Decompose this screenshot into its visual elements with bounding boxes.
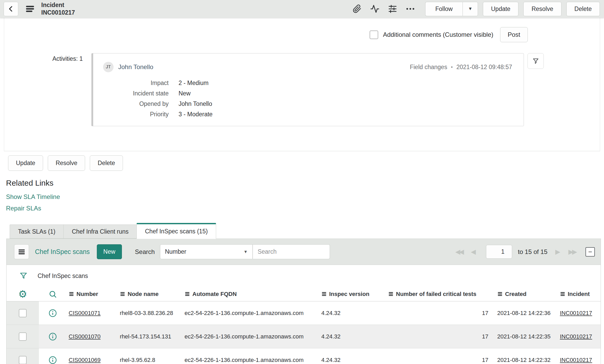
column-header-inspec-version[interactable]: Inspec version (319, 291, 386, 298)
column-header-failed-tests[interactable]: Number of failed critical tests (386, 291, 490, 298)
table-row: CIS0001070 rhel-54.173.154.131 ec2-54-22… (7, 325, 601, 348)
customer-visible-checkbox[interactable] (370, 31, 378, 39)
tab-chef-infra-client-runs[interactable]: Chef Infra Client runs (63, 225, 137, 239)
list-search-input[interactable] (253, 244, 330, 259)
filter-funnel-icon[interactable] (19, 272, 28, 280)
incident-link[interactable]: INC0010217 (560, 357, 592, 363)
cell-inspec-version: 4.24.32 (319, 310, 386, 317)
record-link[interactable]: CIS0001070 (69, 333, 100, 340)
resolve-button[interactable]: Resolve (48, 155, 85, 171)
delete-button-header[interactable]: Delete (566, 2, 600, 16)
collapse-list-button[interactable]: − (585, 247, 595, 257)
info-icon[interactable] (48, 356, 57, 364)
previous-page-icon[interactable]: ◀ (471, 248, 477, 256)
cell-created: 2021-08-12 14:22:32 (490, 357, 556, 363)
column-label: Node name (128, 291, 159, 298)
list-settings-button[interactable]: ⚙ (7, 288, 39, 300)
field-change-label: Opened by (92, 100, 169, 107)
cell-created: 2021-08-12 14:22:35 (490, 333, 556, 340)
column-header-created[interactable]: Created (490, 291, 556, 298)
repair-slas-link[interactable]: Repair SLAs (6, 205, 41, 212)
list-context-menu-button[interactable] (14, 244, 29, 259)
last-page-icon[interactable]: ▶▶ (569, 248, 577, 256)
row-preview-cell (39, 356, 67, 364)
update-button[interactable]: Update (8, 155, 43, 171)
next-page-icon[interactable]: ▶ (555, 248, 561, 256)
update-button-header[interactable]: Update (483, 2, 518, 16)
column-menu-icon[interactable] (560, 291, 565, 297)
additional-comments-label: Additional comments (Customer visible) (383, 31, 493, 38)
column-menu-icon[interactable] (185, 291, 190, 297)
cell-automate-fqdn: ec2-54-226-1-136.compute-1.amazonaws.com (182, 357, 319, 363)
delete-button[interactable]: Delete (90, 155, 123, 171)
record-link[interactable]: CIS0001069 (69, 357, 100, 363)
attachment-button[interactable] (351, 3, 363, 15)
row-select-cell (7, 301, 39, 325)
follow-caret-button[interactable]: ▼ (463, 2, 478, 16)
post-button[interactable]: Post (500, 27, 528, 42)
list-title-link[interactable]: Chef InSpec scans (35, 248, 90, 256)
back-icon (7, 5, 15, 13)
column-menu-icon[interactable] (321, 291, 327, 297)
first-page-icon[interactable]: ◀◀ (455, 248, 464, 256)
tab-task-slas[interactable]: Task SLAs (1) (10, 225, 63, 239)
record-link[interactable]: CIS0001071 (69, 310, 100, 316)
info-icon[interactable] (48, 332, 57, 341)
list-search-toggle-button[interactable] (39, 290, 67, 298)
gear-icon: ⚙ (18, 288, 27, 300)
cell-failed-tests: 17 (386, 333, 490, 340)
cell-failed-tests: 17 (386, 310, 490, 317)
activity-stream-button[interactable] (369, 3, 381, 15)
record-type-label: Incident (41, 1, 75, 9)
search-column-select[interactable]: Number ▼ (160, 244, 253, 259)
cell-incident: INC0010217 (556, 357, 601, 363)
paperclip-icon (353, 4, 362, 13)
activity-filter-button[interactable] (528, 53, 544, 69)
tab-chef-inspec-scans[interactable]: Chef InSpec scans (15) (137, 223, 216, 239)
field-change-label: Impact (92, 80, 169, 86)
filter-breadcrumb-link[interactable]: Chef InSpec scans (38, 272, 88, 280)
list-header-row: ⚙ Number Node name Automate FQDN (7, 287, 601, 301)
cell-inspec-version: 4.24.32 (319, 357, 386, 363)
show-sla-timeline-link[interactable]: Show SLA Timeline (6, 193, 60, 201)
follow-button[interactable]: Follow (425, 2, 463, 16)
column-menu-icon[interactable] (69, 291, 74, 297)
sliders-icon (388, 4, 397, 14)
cell-failed-tests: 17 (386, 357, 490, 363)
incident-link[interactable]: INC0010217 (560, 310, 592, 316)
column-header-number[interactable]: Number (67, 291, 118, 298)
related-lists-tabs: Task SLAs (1) Chef Infra Client runs Che… (10, 223, 604, 239)
column-label: Number of failed critical tests (396, 291, 476, 298)
field-change-label: Incident state (92, 90, 169, 97)
row-preview-cell (39, 332, 67, 341)
column-menu-icon[interactable] (497, 291, 503, 297)
column-header-automate-fqdn[interactable]: Automate FQDN (182, 291, 319, 298)
activity-meta: Field changes • 2021-08-12 09:48:57 (410, 64, 512, 71)
back-button[interactable] (4, 2, 18, 16)
table-row: CIS0001069 rhel-3.95.62.8 ec2-54-226-1-1… (7, 348, 601, 364)
row-select-checkbox[interactable] (19, 309, 27, 317)
row-select-checkbox[interactable] (19, 332, 27, 341)
new-record-button[interactable]: New (97, 244, 122, 259)
column-menu-icon[interactable] (388, 291, 394, 297)
column-header-incident[interactable]: Incident (556, 291, 601, 298)
incident-link[interactable]: INC0010217 (560, 333, 592, 340)
column-label: Automate FQDN (192, 291, 237, 298)
current-row-input[interactable] (486, 245, 512, 259)
row-select-checkbox[interactable] (19, 356, 27, 364)
column-header-node-name[interactable]: Node name (118, 291, 182, 298)
personalize-form-button[interactable] (387, 3, 399, 15)
info-icon[interactable] (48, 309, 57, 318)
more-dots-icon (405, 4, 415, 14)
row-select-cell (7, 325, 39, 348)
additional-comments-row: Additional comments (Customer visible) P… (4, 18, 600, 42)
cell-automate-fqdn: ec2-54-226-1-136.compute-1.amazonaws.com (182, 310, 319, 317)
activity-left-strip (92, 53, 93, 126)
column-label: Inspec version (329, 291, 369, 298)
column-menu-icon[interactable] (120, 291, 125, 297)
resolve-button-header[interactable]: Resolve (523, 2, 561, 16)
more-options-button[interactable] (404, 3, 416, 15)
funnel-icon (532, 58, 539, 65)
minus-icon: − (588, 248, 592, 255)
form-context-menu-button[interactable] (25, 4, 35, 14)
